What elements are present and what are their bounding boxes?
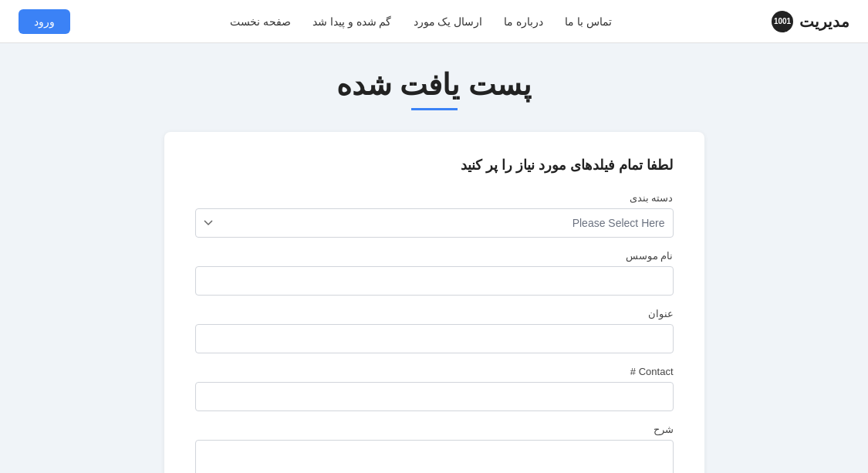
category-group: دسته بندی Please Select Here xyxy=(195,192,674,238)
main-content: پست یافت شده لطفا تمام فیلدهای مورد نیاز… xyxy=(0,43,868,473)
founder-group: نام موسس xyxy=(195,250,674,296)
description-label: شرح xyxy=(195,424,674,435)
brand: مدیریت 1001 xyxy=(772,11,849,32)
nav-item-about[interactable]: درباره ما xyxy=(504,15,543,29)
title-underline xyxy=(411,108,458,110)
nav-link-submit[interactable]: ارسال یک مورد xyxy=(414,15,483,28)
nav-link-contact[interactable]: تماس با ما xyxy=(565,15,612,28)
page-title: پست یافت شده xyxy=(336,68,532,102)
contact-input[interactable] xyxy=(195,382,674,411)
brand-text: مدیریت xyxy=(799,12,849,31)
contact-group: Contact # xyxy=(195,366,674,411)
title-input[interactable] xyxy=(195,324,674,353)
founder-label: نام موسس xyxy=(195,250,674,262)
title-label: عنوان xyxy=(195,308,674,319)
founder-input[interactable] xyxy=(195,266,674,296)
nav-item-contact[interactable]: تماس با ما xyxy=(565,15,612,29)
nav-menu: صفحه نخست گم شده و پیدا شد ارسال یک مورد… xyxy=(230,15,612,29)
category-select[interactable]: Please Select Here xyxy=(195,208,674,238)
nav-item-submit[interactable]: ارسال یک مورد xyxy=(414,15,483,29)
brand-badge: 1001 xyxy=(772,11,793,32)
navbar: مدیریت 1001 صفحه نخست گم شده و پیدا شد ا… xyxy=(0,0,868,43)
description-textarea[interactable] xyxy=(195,440,674,473)
category-label: دسته بندی xyxy=(195,192,674,204)
form-card: لطفا تمام فیلدهای مورد نیاز را پر کنید د… xyxy=(164,132,704,473)
nav-item-home[interactable]: صفحه نخست xyxy=(230,15,291,29)
description-group: شرح xyxy=(195,424,674,473)
login-button[interactable]: ورود xyxy=(19,9,70,34)
title-group: عنوان xyxy=(195,308,674,353)
nav-link-lost-found[interactable]: گم شده و پیدا شد xyxy=(312,15,392,28)
nav-link-home[interactable]: صفحه نخست xyxy=(230,15,291,28)
nav-item-lost-found[interactable]: گم شده و پیدا شد xyxy=(312,15,392,29)
form-subtitle: لطفا تمام فیلدهای مورد نیاز را پر کنید xyxy=(195,157,674,174)
nav-link-about[interactable]: درباره ما xyxy=(504,15,543,28)
contact-label: Contact # xyxy=(195,366,674,377)
